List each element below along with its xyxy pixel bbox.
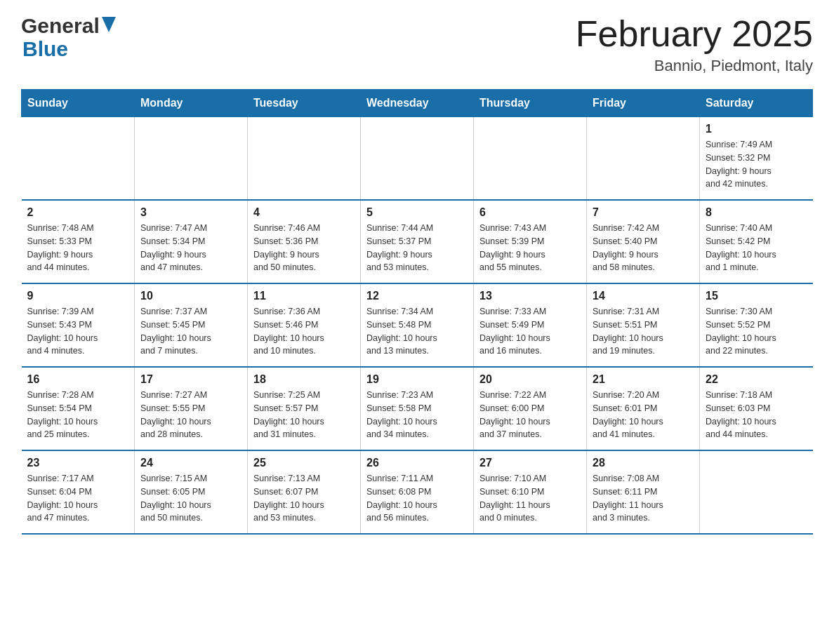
logo-arrow-icon <box>102 17 116 32</box>
table-row: 24Sunrise: 7:15 AMSunset: 6:05 PMDayligh… <box>135 450 248 534</box>
day-info: Sunrise: 7:25 AMSunset: 5:57 PMDaylight:… <box>253 389 355 441</box>
table-row <box>587 117 700 201</box>
day-number: 15 <box>706 290 807 302</box>
table-row: 23Sunrise: 7:17 AMSunset: 6:04 PMDayligh… <box>22 450 135 534</box>
table-row: 16Sunrise: 7:28 AMSunset: 5:54 PMDayligh… <box>22 367 135 450</box>
day-number: 8 <box>706 206 807 219</box>
table-row: 13Sunrise: 7:33 AMSunset: 5:49 PMDayligh… <box>474 283 587 367</box>
day-number: 1 <box>706 123 807 135</box>
table-row: 27Sunrise: 7:10 AMSunset: 6:10 PMDayligh… <box>474 450 587 534</box>
logo-general-text: General <box>21 14 100 37</box>
table-row <box>361 117 474 201</box>
table-row: 26Sunrise: 7:11 AMSunset: 6:08 PMDayligh… <box>361 450 474 534</box>
day-info: Sunrise: 7:11 AMSunset: 6:08 PMDaylight:… <box>366 472 468 525</box>
calendar-week-row: 23Sunrise: 7:17 AMSunset: 6:04 PMDayligh… <box>22 450 813 534</box>
day-number: 27 <box>479 457 581 469</box>
day-info: Sunrise: 7:40 AMSunset: 5:42 PMDaylight:… <box>706 222 807 274</box>
day-number: 4 <box>253 206 355 219</box>
day-number: 3 <box>140 206 241 219</box>
col-thursday: Thursday <box>474 90 587 117</box>
day-number: 14 <box>593 290 694 302</box>
day-number: 22 <box>706 373 807 386</box>
table-row: 21Sunrise: 7:20 AMSunset: 6:01 PMDayligh… <box>587 367 700 450</box>
table-row: 15Sunrise: 7:30 AMSunset: 5:52 PMDayligh… <box>700 283 813 367</box>
calendar-subtitle: Bannio, Piedmont, Italy <box>576 57 813 75</box>
table-row: 17Sunrise: 7:27 AMSunset: 5:55 PMDayligh… <box>135 367 248 450</box>
table-row: 25Sunrise: 7:13 AMSunset: 6:07 PMDayligh… <box>248 450 361 534</box>
table-row: 6Sunrise: 7:43 AMSunset: 5:39 PMDaylight… <box>474 200 587 283</box>
day-info: Sunrise: 7:08 AMSunset: 6:11 PMDaylight:… <box>593 472 694 525</box>
day-number: 11 <box>253 290 355 302</box>
calendar-week-row: 9Sunrise: 7:39 AMSunset: 5:43 PMDaylight… <box>22 283 813 367</box>
calendar-week-row: 2Sunrise: 7:48 AMSunset: 5:33 PMDaylight… <box>22 200 813 283</box>
day-info: Sunrise: 7:46 AMSunset: 5:36 PMDaylight:… <box>253 222 355 274</box>
day-info: Sunrise: 7:44 AMSunset: 5:37 PMDaylight:… <box>366 222 468 274</box>
day-number: 12 <box>366 290 468 302</box>
page-header: General Blue February 2025 Bannio, Piedm… <box>21 14 813 75</box>
day-number: 10 <box>140 290 241 302</box>
table-row <box>135 117 248 201</box>
table-row: 22Sunrise: 7:18 AMSunset: 6:03 PMDayligh… <box>700 367 813 450</box>
calendar-table: Sunday Monday Tuesday Wednesday Thursday… <box>21 89 813 535</box>
title-block: February 2025 Bannio, Piedmont, Italy <box>576 14 813 75</box>
day-number: 2 <box>27 206 129 219</box>
day-number: 24 <box>140 457 241 469</box>
calendar-header-row: Sunday Monday Tuesday Wednesday Thursday… <box>22 90 813 117</box>
day-info: Sunrise: 7:30 AMSunset: 5:52 PMDaylight:… <box>706 305 807 358</box>
day-number: 18 <box>253 373 355 386</box>
table-row: 5Sunrise: 7:44 AMSunset: 5:37 PMDaylight… <box>361 200 474 283</box>
day-info: Sunrise: 7:17 AMSunset: 6:04 PMDaylight:… <box>27 472 129 525</box>
table-row: 18Sunrise: 7:25 AMSunset: 5:57 PMDayligh… <box>248 367 361 450</box>
table-row: 2Sunrise: 7:48 AMSunset: 5:33 PMDaylight… <box>22 200 135 283</box>
col-wednesday: Wednesday <box>361 90 474 117</box>
day-info: Sunrise: 7:37 AMSunset: 5:45 PMDaylight:… <box>140 305 241 358</box>
col-sunday: Sunday <box>22 90 135 117</box>
table-row <box>474 117 587 201</box>
table-row: 7Sunrise: 7:42 AMSunset: 5:40 PMDaylight… <box>587 200 700 283</box>
day-info: Sunrise: 7:13 AMSunset: 6:07 PMDaylight:… <box>253 472 355 525</box>
table-row: 28Sunrise: 7:08 AMSunset: 6:11 PMDayligh… <box>587 450 700 534</box>
day-info: Sunrise: 7:23 AMSunset: 5:58 PMDaylight:… <box>366 389 468 441</box>
day-info: Sunrise: 7:49 AMSunset: 5:32 PMDaylight:… <box>706 138 807 191</box>
logo-blue-text: Blue <box>22 37 68 60</box>
day-info: Sunrise: 7:28 AMSunset: 5:54 PMDaylight:… <box>27 389 129 441</box>
day-number: 26 <box>366 457 468 469</box>
day-number: 7 <box>593 206 694 219</box>
day-info: Sunrise: 7:20 AMSunset: 6:01 PMDaylight:… <box>593 389 694 441</box>
table-row: 11Sunrise: 7:36 AMSunset: 5:46 PMDayligh… <box>248 283 361 367</box>
table-row <box>22 117 135 201</box>
day-number: 6 <box>479 206 581 219</box>
day-number: 9 <box>27 290 129 302</box>
table-row: 3Sunrise: 7:47 AMSunset: 5:34 PMDaylight… <box>135 200 248 283</box>
day-number: 25 <box>253 457 355 469</box>
day-info: Sunrise: 7:15 AMSunset: 6:05 PMDaylight:… <box>140 472 241 525</box>
table-row: 9Sunrise: 7:39 AMSunset: 5:43 PMDaylight… <box>22 283 135 367</box>
day-info: Sunrise: 7:34 AMSunset: 5:48 PMDaylight:… <box>366 305 468 358</box>
col-monday: Monday <box>135 90 248 117</box>
calendar-week-row: 16Sunrise: 7:28 AMSunset: 5:54 PMDayligh… <box>22 367 813 450</box>
calendar-week-row: 1Sunrise: 7:49 AMSunset: 5:32 PMDaylight… <box>22 117 813 201</box>
day-number: 5 <box>366 206 468 219</box>
day-info: Sunrise: 7:47 AMSunset: 5:34 PMDaylight:… <box>140 222 241 274</box>
day-number: 23 <box>27 457 129 469</box>
table-row: 4Sunrise: 7:46 AMSunset: 5:36 PMDaylight… <box>248 200 361 283</box>
svg-marker-0 <box>102 17 116 32</box>
col-saturday: Saturday <box>700 90 813 117</box>
day-number: 21 <box>593 373 694 386</box>
table-row: 8Sunrise: 7:40 AMSunset: 5:42 PMDaylight… <box>700 200 813 283</box>
day-number: 19 <box>366 373 468 386</box>
day-info: Sunrise: 7:18 AMSunset: 6:03 PMDaylight:… <box>706 389 807 441</box>
day-info: Sunrise: 7:43 AMSunset: 5:39 PMDaylight:… <box>479 222 581 274</box>
day-number: 17 <box>140 373 241 386</box>
day-number: 20 <box>479 373 581 386</box>
table-row: 12Sunrise: 7:34 AMSunset: 5:48 PMDayligh… <box>361 283 474 367</box>
day-info: Sunrise: 7:22 AMSunset: 6:00 PMDaylight:… <box>479 389 581 441</box>
day-info: Sunrise: 7:39 AMSunset: 5:43 PMDaylight:… <box>27 305 129 358</box>
day-info: Sunrise: 7:42 AMSunset: 5:40 PMDaylight:… <box>593 222 694 274</box>
day-info: Sunrise: 7:36 AMSunset: 5:46 PMDaylight:… <box>253 305 355 358</box>
day-info: Sunrise: 7:33 AMSunset: 5:49 PMDaylight:… <box>479 305 581 358</box>
table-row: 1Sunrise: 7:49 AMSunset: 5:32 PMDaylight… <box>700 117 813 201</box>
day-info: Sunrise: 7:31 AMSunset: 5:51 PMDaylight:… <box>593 305 694 358</box>
day-info: Sunrise: 7:10 AMSunset: 6:10 PMDaylight:… <box>479 472 581 525</box>
table-row: 14Sunrise: 7:31 AMSunset: 5:51 PMDayligh… <box>587 283 700 367</box>
